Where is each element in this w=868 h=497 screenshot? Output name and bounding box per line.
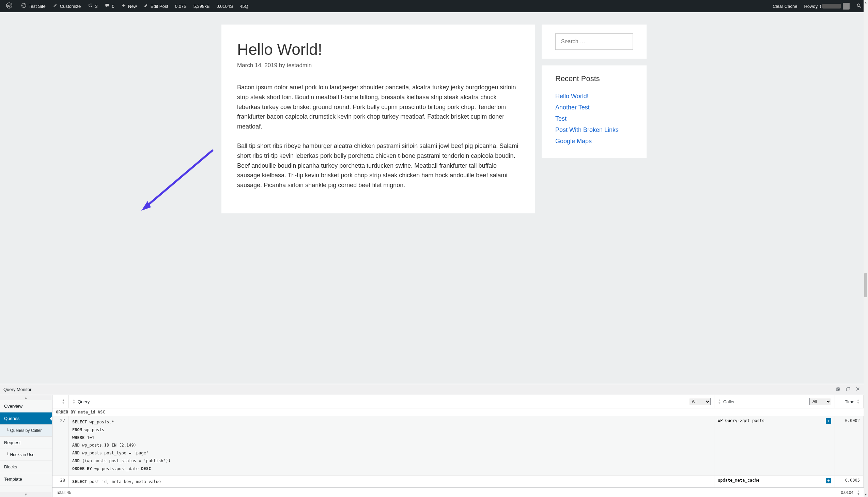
recent-post-link[interactable]: Another Test [555,104,633,111]
site-name-link[interactable]: Test Site [18,0,49,12]
recent-post-link[interactable]: Test [555,115,633,123]
post-title: Hello World! [237,40,519,59]
sidebar: Recent Posts Hello World! Another Test T… [542,25,647,213]
plus-icon [121,3,126,9]
wordpress-icon [6,2,12,10]
clear-cache-link[interactable]: Clear Cache [769,0,800,12]
qm-stat-time[interactable]: 0.07S [172,0,190,12]
main-content: Hello World! March 14, 2019 by testadmin… [221,25,535,213]
qm-stat-dbtime[interactable]: 0.0104S [213,0,236,12]
post-paragraph: Bacon ipsum dolor amet pork loin landjae… [237,83,519,131]
customize-link[interactable]: Customize [49,0,84,12]
qm-stat-mem[interactable]: 5,398kB [190,0,213,12]
edit-post-link[interactable]: Edit Post [141,0,172,12]
scroll-up-icon[interactable]: ▲ [864,0,868,5]
search-icon [856,3,862,10]
post-meta: March 14, 2019 by testadmin [237,62,519,69]
search-widget [542,25,647,59]
new-content-link[interactable]: New [118,0,141,12]
recent-post-link[interactable]: Google Maps [555,138,633,145]
wp-logo[interactable] [3,0,18,12]
svg-point-2 [857,4,860,6]
comment-icon [105,3,110,10]
wp-admin-bar: Test Site Customize 3 0 New Edit Post 0.… [0,0,868,12]
updates-link[interactable]: 3 [84,0,101,12]
comments-link[interactable]: 0 [101,0,118,12]
widget-title: Recent Posts [555,74,633,83]
my-account[interactable]: Howdy, t [800,0,853,12]
brush-icon [53,3,58,10]
browser-scrollbar[interactable]: ▲ ▼ [864,0,868,213]
username-redacted [822,4,841,9]
dashboard-icon [21,3,27,10]
recent-post-link[interactable]: Hello World! [555,93,633,100]
recent-post-link[interactable]: Post With Broken Links [555,126,633,133]
avatar [843,3,850,10]
search-input[interactable] [555,33,633,50]
qm-stat-queries[interactable]: 45Q [236,0,252,12]
post-paragraph: Ball tip short ribs ribeye hamburger alc… [237,141,519,190]
recent-posts-widget: Recent Posts Hello World! Another Test T… [542,66,647,158]
pencil-icon [144,3,148,9]
update-icon [88,3,93,10]
page-body: Hello World! March 14, 2019 by testadmin… [0,12,868,213]
